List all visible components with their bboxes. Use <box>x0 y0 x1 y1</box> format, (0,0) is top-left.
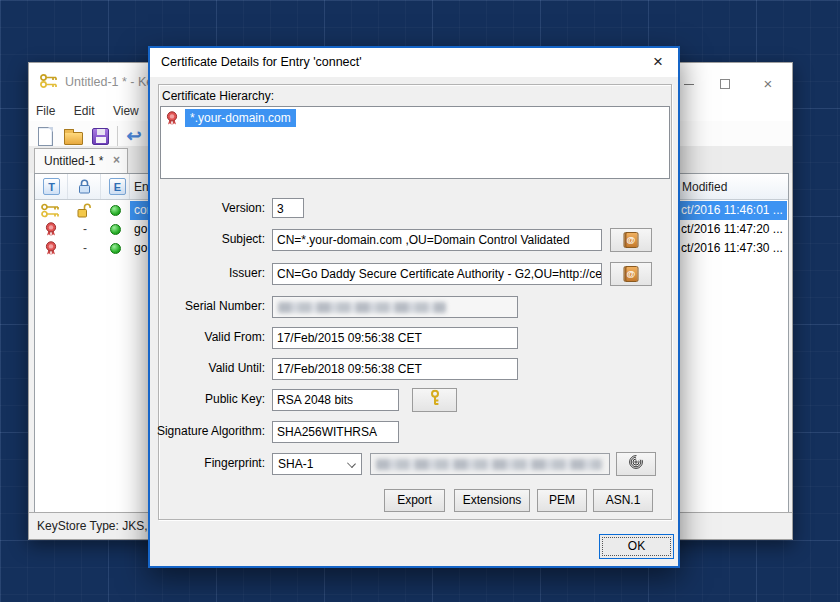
address-book-icon: @ <box>624 232 639 248</box>
menu-view[interactable]: View <box>106 102 146 120</box>
subject-field: CN=*.your-domain.com ,OU=Domain Control … <box>272 229 602 251</box>
fingerprint-details-button[interactable] <box>616 452 656 476</box>
address-book-icon: @ <box>624 266 639 282</box>
issuer-label: Issuer: <box>152 266 265 280</box>
version-label: Version: <box>152 201 265 215</box>
app-keys-icon <box>39 73 59 89</box>
subject-label: Subject: <box>152 232 265 246</box>
dialog-titlebar[interactable]: Certificate Details for Entry 'connect' … <box>150 48 678 77</box>
status-ok-icon <box>110 243 121 254</box>
expiry-column-header[interactable]: E <box>109 178 126 195</box>
valid-from-field: 17/Feb/2015 09:56:38 CET <box>272 327 518 349</box>
signature-algorithm-field: SHA256WITHRSA <box>272 421 399 443</box>
hierarchy-label: Certificate Hierarchy: <box>162 89 274 103</box>
valid-until-label: Valid Until: <box>152 361 265 375</box>
status-ok-icon <box>110 224 121 235</box>
certificate-rosette-icon <box>44 241 58 260</box>
no-lock-dash: - <box>80 239 90 258</box>
close-icon[interactable]: × <box>759 75 777 93</box>
modified-cell: ct/2016 11:47:20 ... <box>681 220 783 239</box>
keystore-type-status: KeyStore Type: JKS, Si <box>37 519 162 533</box>
asn1-button[interactable]: ASN.1 <box>593 489 653 512</box>
serial-number-label: Serial Number: <box>152 299 265 313</box>
valid-until-field: 17/Feb/2018 09:56:38 CET <box>272 358 518 380</box>
fingerprint-algorithm-select[interactable]: SHA-1 <box>272 453 362 475</box>
modified-cell: ct/2016 11:47:30 ... <box>681 239 783 258</box>
tab-label: Untitled-1 * <box>44 154 103 168</box>
issuer-field: CN=Go Daddy Secure Certificate Authority… <box>272 263 602 285</box>
toolbar-separator <box>117 126 118 146</box>
version-field: 3 <box>272 198 304 218</box>
issuer-distinguished-name-button[interactable]: @ <box>610 262 652 286</box>
tab-untitled-1[interactable]: Untitled-1 * × <box>34 148 128 173</box>
export-button[interactable]: Export <box>384 489 445 512</box>
extensions-button[interactable]: Extensions <box>454 489 530 512</box>
dialog-close-icon[interactable]: × <box>648 51 668 73</box>
type-column-header[interactable]: T <box>43 178 60 195</box>
fingerprint-icon <box>629 455 644 474</box>
fingerprint-label: Fingerprint: <box>152 456 265 470</box>
certificate-rosette-icon <box>165 111 179 130</box>
lock-column-header-icon[interactable] <box>78 179 91 198</box>
tab-close-icon[interactable]: × <box>113 153 120 167</box>
certificate-details-dialog: Certificate Details for Entry 'connect' … <box>148 46 680 568</box>
redacted-fingerprint-value <box>376 459 602 470</box>
ok-button[interactable]: OK <box>599 534 674 559</box>
public-key-field: RSA 2048 bits <box>272 389 399 411</box>
pem-button[interactable]: PEM <box>537 489 587 512</box>
no-lock-dash: - <box>80 220 90 239</box>
key-icon <box>429 390 441 411</box>
modified-column-header[interactable]: Modified <box>682 180 727 194</box>
chevron-down-icon <box>347 459 356 468</box>
serial-number-field <box>272 296 518 318</box>
minimize-button[interactable] <box>680 75 698 93</box>
signature-algorithm-label: Signature Algorithm: <box>152 424 265 438</box>
redacted-serial-value <box>278 302 446 313</box>
main-window-title: Untitled-1 * - Ke <box>65 75 153 89</box>
certificate-hierarchy-tree[interactable]: *.your-domain.com <box>160 106 670 179</box>
valid-from-label: Valid From: <box>152 330 265 344</box>
menu-file[interactable]: File <box>29 102 62 120</box>
modified-cell: ct/2016 11:46:01 ... <box>681 201 783 220</box>
public-key-label: Public Key: <box>152 392 265 406</box>
dialog-title: Certificate Details for Entry 'connect' <box>161 55 362 69</box>
public-key-details-button[interactable] <box>412 388 457 412</box>
menu-edit[interactable]: Edit <box>67 102 102 120</box>
status-ok-icon <box>110 205 121 216</box>
fingerprint-field <box>370 453 610 475</box>
maximize-button[interactable] <box>716 75 734 93</box>
subject-distinguished-name-button[interactable]: @ <box>610 228 652 252</box>
fingerprint-algorithm-value: SHA-1 <box>278 457 313 471</box>
desktop: Untitled-1 * - Ke × File Edit View Too ↩… <box>0 0 840 602</box>
selected-tree-item-label[interactable]: *.your-domain.com <box>185 109 296 127</box>
